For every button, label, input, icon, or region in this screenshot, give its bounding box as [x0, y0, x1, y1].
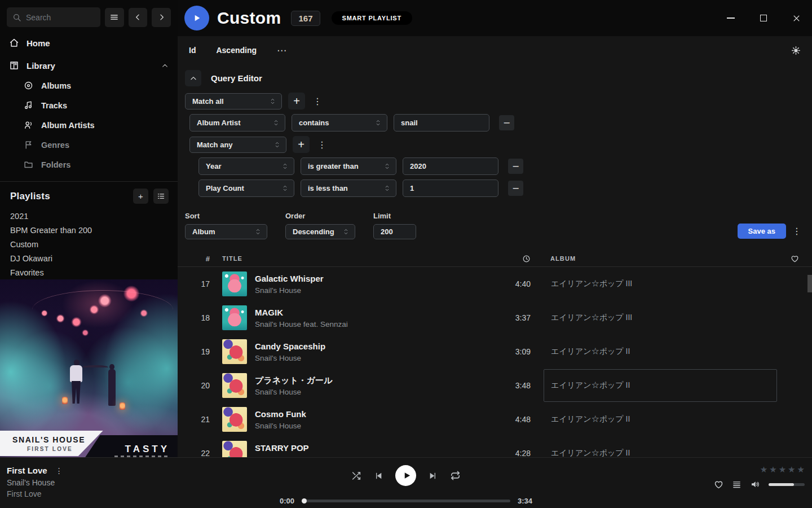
table-row[interactable]: 18 MAGIKSnail's House feat. Sennzai 3:37… [178, 301, 812, 335]
rule1-operator-select[interactable]: contains [292, 114, 387, 132]
sidebar-item-album-artists[interactable]: Album Artists [0, 115, 178, 135]
track-artist[interactable]: Snail's House [255, 286, 497, 295]
rule3-field-select[interactable]: Play Count [198, 179, 294, 197]
playlist-item-favorites[interactable]: Favorites [0, 265, 178, 279]
add-rule-button-group2[interactable]: + [293, 136, 310, 153]
match-select-group1[interactable]: Match all [185, 93, 282, 110]
track-title[interactable]: MAGIK [255, 307, 497, 318]
remove-rule3-button[interactable]: − [508, 181, 523, 196]
nav-forward-button[interactable] [152, 8, 171, 27]
repeat-button[interactable] [450, 470, 461, 481]
track-album[interactable]: エイリアン☆ポップ II [544, 335, 777, 368]
star-icon[interactable]: ★ [769, 465, 776, 475]
star-icon[interactable]: ★ [797, 465, 805, 475]
scrollbar-thumb[interactable] [807, 275, 812, 292]
volume-icon[interactable] [750, 479, 760, 489]
column-header-title[interactable]: TITLE [222, 255, 497, 262]
sidebar-item-folders[interactable]: Folders [0, 155, 178, 174]
search-input[interactable] [26, 13, 94, 22]
rule2-value-input[interactable] [403, 157, 498, 175]
group1-menu-button[interactable]: ⋮ [311, 93, 324, 110]
playlist-item-dj-okawari[interactable]: DJ Okawari [0, 251, 178, 265]
table-row[interactable]: 17 Galactic WhisperSnail's House 4:40 エイ… [178, 267, 812, 301]
seek-thumb[interactable] [302, 498, 307, 503]
remove-rule1-button[interactable]: − [499, 115, 514, 130]
sort-select[interactable]: Album [185, 224, 267, 239]
limit-input[interactable] [373, 224, 416, 239]
favorite-heart-icon[interactable] [714, 480, 723, 489]
rule2-operator-select[interactable]: is greater than [301, 157, 396, 175]
sidebar-item-home[interactable]: Home [0, 36, 178, 50]
gear-icon[interactable] [791, 46, 801, 55]
chevron-up-icon[interactable] [161, 62, 169, 69]
seek-bar[interactable] [302, 500, 510, 502]
shuffle-button[interactable] [351, 471, 361, 481]
track-title[interactable]: STARRY POP [255, 443, 497, 454]
track-title[interactable]: プラネット・ガール [255, 375, 497, 386]
sort-direction-button[interactable]: Ascending [216, 46, 257, 55]
match-select-group2[interactable]: Match any [189, 137, 286, 153]
save-menu-button[interactable]: ⋮ [791, 222, 803, 239]
nav-back-button[interactable] [129, 8, 148, 27]
table-row[interactable]: 22 STARRY POPSnail's House 4:28 エイリアン☆ポッ… [178, 436, 812, 457]
track-duration: 4:48 [497, 415, 531, 424]
window-close-button[interactable] [788, 10, 804, 26]
now-playing-cover-art[interactable]: TASTY SNAIL'S HOUSE FIRST LOVE [0, 279, 178, 457]
menu-button[interactable] [105, 8, 124, 27]
star-icon[interactable]: ★ [788, 465, 795, 475]
track-album[interactable]: エイリアン☆ポップ II [544, 403, 777, 436]
order-select[interactable]: Descending [285, 224, 355, 239]
cover-album-text: FIRST LOVE [27, 446, 73, 452]
next-track-button[interactable] [429, 471, 438, 480]
track-artist[interactable]: Snail's House [255, 422, 497, 430]
save-as-button[interactable]: Save as [738, 224, 786, 239]
column-header-index[interactable]: # [178, 255, 210, 263]
track-artist[interactable]: Snail's House [255, 388, 497, 396]
volume-slider[interactable] [769, 483, 805, 486]
track-album-focused-cell[interactable]: エイリアン☆ポップ II [544, 369, 777, 402]
remove-rule2-button[interactable]: − [508, 159, 523, 174]
sidebar-item-genres[interactable]: Genres [0, 135, 178, 155]
table-row[interactable]: 20 プラネット・ガールSnail's House 3:48 エイリアン☆ポップ… [178, 369, 812, 402]
track-album[interactable]: エイリアン☆ポップ III [544, 301, 777, 334]
sidebar-item-tracks[interactable]: Tracks [0, 95, 178, 115]
table-row[interactable]: 19 Candy SpaceshipSnail's House 3:09 エイリ… [178, 335, 812, 369]
playlist-list-button[interactable] [153, 189, 169, 204]
group2-menu-button[interactable]: ⋮ [316, 136, 328, 153]
track-title[interactable]: Candy Spaceship [255, 341, 497, 352]
track-album[interactable]: エイリアン☆ポップ III [544, 268, 777, 300]
rule1-value-input[interactable] [394, 114, 489, 132]
window-minimize-button[interactable] [723, 10, 739, 26]
search-box[interactable] [7, 7, 100, 27]
rule3-value-input[interactable] [403, 179, 498, 197]
add-playlist-button[interactable]: + [133, 189, 148, 204]
play-button[interactable] [395, 465, 416, 486]
track-artist[interactable]: Snail's House feat. Sennzai [255, 320, 497, 329]
star-icon[interactable]: ★ [760, 465, 767, 475]
column-header-album[interactable]: ALBUM [544, 255, 777, 262]
star-icon[interactable]: ★ [779, 465, 786, 475]
playlist-item-2021[interactable]: 2021 [0, 209, 178, 223]
sidebar-item-library[interactable]: Library [0, 59, 178, 72]
add-rule-button-group1[interactable]: + [288, 93, 305, 110]
playlist-item-bpm[interactable]: BPM Greater than 200 [0, 223, 178, 237]
queue-icon[interactable] [732, 480, 742, 489]
favorite-heart-icon[interactable] [777, 255, 812, 263]
track-title[interactable]: Cosmo Funk [255, 409, 497, 420]
track-title[interactable]: Galactic Whisper [255, 273, 497, 284]
sidebar-item-albums[interactable]: Albums [0, 76, 178, 95]
play-playlist-button[interactable] [184, 6, 209, 30]
rule1-field-select[interactable]: Album Artist [189, 114, 285, 132]
table-row[interactable]: 21 Cosmo FunkSnail's House 4:48 エイリアン☆ポッ… [178, 402, 812, 436]
duration-clock-icon[interactable] [497, 255, 531, 263]
track-album[interactable]: エイリアン☆ポップ II [544, 437, 777, 457]
playlist-item-custom[interactable]: Custom [0, 237, 178, 251]
more-options-icon[interactable]: ⋯ [277, 45, 286, 56]
sort-field-button[interactable]: Id [189, 46, 196, 55]
window-maximize-button[interactable] [756, 10, 771, 26]
query-editor-collapse-button[interactable] [185, 70, 201, 86]
track-artist[interactable]: Snail's House [255, 354, 497, 362]
previous-track-button[interactable] [374, 471, 383, 480]
rule3-operator-select[interactable]: is less than [301, 179, 396, 197]
rule2-field-select[interactable]: Year [198, 157, 294, 175]
